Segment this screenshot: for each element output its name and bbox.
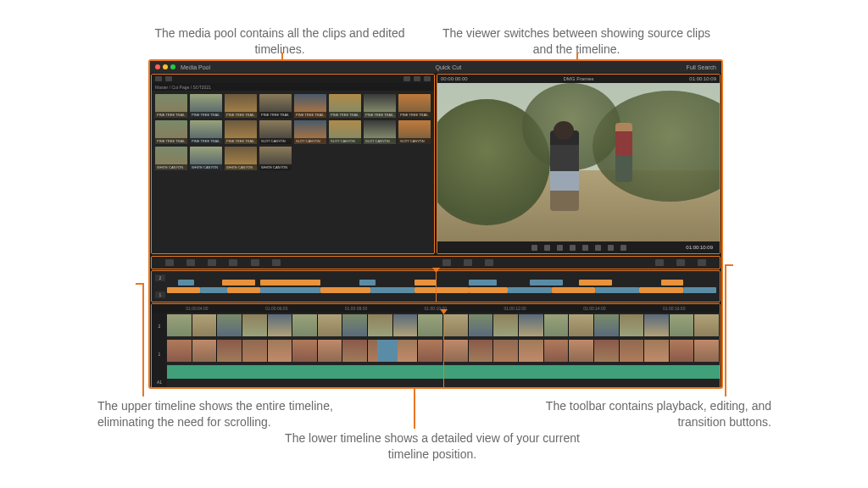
- media-clip[interactable]: PINE TREE TRAIL: [398, 94, 431, 118]
- media-clip[interactable]: PINE TREE TRAIL: [190, 120, 222, 144]
- timeline-segment[interactable]: [415, 280, 437, 286]
- media-clip[interactable]: SLOT CANYON: [259, 120, 292, 144]
- clip-thumbnail[interactable]: [594, 314, 620, 336]
- timeline-segment[interactable]: [227, 287, 260, 293]
- timeline-segment[interactable]: [683, 287, 716, 293]
- timeline-segment[interactable]: [260, 287, 320, 293]
- lower-playhead[interactable]: [443, 313, 444, 389]
- track-header-a1[interactable]: A1: [157, 380, 162, 385]
- close-icon[interactable]: [155, 64, 160, 69]
- clip-thumbnail[interactable]: [569, 340, 594, 362]
- clip-thumbnail[interactable]: [217, 314, 242, 336]
- lower-timeline-tracks[interactable]: [167, 313, 720, 389]
- timeline-segment[interactable]: [167, 287, 200, 293]
- snap-icon[interactable]: [676, 259, 685, 266]
- clip-thumbnail[interactable]: [644, 314, 670, 336]
- timeline-segment[interactable]: [222, 280, 255, 286]
- timeline-segment[interactable]: [639, 287, 683, 293]
- grid-view-icon[interactable]: [165, 76, 172, 81]
- timeline-segment[interactable]: [469, 280, 496, 286]
- timeline-ruler[interactable]: 01:00:04:0001:00:06:0001:00:08:0001:00:1…: [152, 304, 720, 313]
- clip-thumbnail[interactable]: [292, 340, 318, 362]
- clip-thumbnail[interactable]: [694, 314, 720, 336]
- clip-thumbnail[interactable]: [418, 314, 443, 336]
- timeline-segment[interactable]: [320, 287, 370, 293]
- clip-thumbnail[interactable]: [342, 314, 368, 336]
- media-clip[interactable]: PINE TREE TRAIL: [329, 94, 361, 118]
- clip-thumbnail[interactable]: [393, 314, 419, 336]
- marker-icon[interactable]: [698, 259, 706, 266]
- place-on-top-button[interactable]: [251, 259, 259, 266]
- full-search-button[interactable]: Full Search: [687, 64, 716, 70]
- clip-thumbnail[interactable]: [620, 340, 645, 362]
- clip-thumbnail[interactable]: [469, 314, 494, 336]
- search-icon[interactable]: [414, 76, 420, 81]
- clip-thumbnail[interactable]: [644, 340, 670, 362]
- prev-edit-icon[interactable]: [557, 245, 563, 251]
- timeline-segment[interactable]: [359, 280, 376, 286]
- minimize-icon[interactable]: [163, 64, 168, 69]
- clip-thumbnail[interactable]: [418, 340, 443, 362]
- clip-thumbnail[interactable]: [493, 314, 519, 336]
- clip-thumbnail[interactable]: [268, 314, 293, 336]
- media-clip[interactable]: PINE TREE TRAIL: [364, 94, 396, 118]
- options-icon[interactable]: [424, 76, 431, 81]
- media-clip[interactable]: WHITE CANYON: [190, 147, 222, 170]
- track-label-v1[interactable]: 1: [155, 291, 165, 298]
- media-clip[interactable]: WHITE CANYON: [225, 147, 257, 170]
- track-header-v1[interactable]: 1: [159, 352, 161, 357]
- timeline-segment[interactable]: [415, 287, 470, 293]
- media-clip[interactable]: PINE TREE TRAIL: [294, 94, 326, 118]
- media-clip[interactable]: SLOT CANYON: [364, 120, 396, 144]
- media-clip[interactable]: PINE TREE TRAIL: [190, 94, 222, 118]
- timeline-segment[interactable]: [530, 280, 563, 286]
- clip-thumbnail[interactable]: [519, 340, 544, 362]
- viewer-canvas[interactable]: [437, 83, 720, 241]
- media-clip[interactable]: PINE TREE TRAIL: [259, 94, 292, 118]
- clip-thumbnail[interactable]: [167, 314, 192, 336]
- clip-thumbnail[interactable]: [368, 314, 393, 336]
- clip-thumbnail[interactable]: [544, 314, 570, 336]
- clip-thumbnail[interactable]: [318, 340, 343, 362]
- transition-cut-button[interactable]: [442, 259, 451, 266]
- next-edit-icon[interactable]: [608, 245, 614, 251]
- timeline-segment[interactable]: [508, 287, 552, 293]
- clip-thumbnail[interactable]: [242, 340, 268, 362]
- media-clip[interactable]: SLOT CANYON: [294, 120, 326, 144]
- media-clip[interactable]: PINE TREE TRAIL: [225, 120, 257, 144]
- clip-thumbnail[interactable]: [569, 314, 594, 336]
- media-clip[interactable]: PINE TREE TRAIL: [225, 94, 257, 118]
- traffic-lights[interactable]: [155, 64, 175, 69]
- media-pool-tab[interactable]: Media Pool: [181, 64, 210, 70]
- maximize-icon[interactable]: [170, 64, 175, 69]
- clip-thumbnail[interactable]: [594, 340, 620, 362]
- timeline-segment[interactable]: [370, 287, 415, 293]
- mark-in-icon[interactable]: [531, 245, 537, 251]
- sort-icon[interactable]: [403, 76, 410, 81]
- media-clip[interactable]: SLOT CANYON: [329, 120, 361, 144]
- media-clip[interactable]: SLOT CANYON: [398, 120, 431, 144]
- clip-thumbnail[interactable]: [242, 314, 268, 336]
- list-view-icon[interactable]: [155, 76, 162, 81]
- track-header-v2[interactable]: 2: [159, 324, 161, 329]
- clip-thumbnail[interactable]: [670, 340, 695, 362]
- clip-thumbnail[interactable]: [544, 340, 570, 362]
- play-icon[interactable]: [595, 245, 601, 251]
- clip-thumbnail[interactable]: [694, 340, 720, 362]
- append-button[interactable]: [186, 259, 195, 266]
- stop-icon[interactable]: [582, 245, 588, 251]
- ripple-overwrite-button[interactable]: [208, 259, 216, 266]
- media-clip[interactable]: WHITE CANYON: [155, 147, 187, 170]
- loop-icon[interactable]: [620, 245, 626, 251]
- source-overwrite-button[interactable]: [272, 259, 281, 266]
- timeline-segment[interactable]: [469, 287, 507, 293]
- clip-thumbnail[interactable]: [268, 340, 293, 362]
- media-clip[interactable]: PINE TREE TRAIL: [155, 94, 187, 118]
- clip-thumbnail[interactable]: [670, 314, 695, 336]
- upper-timeline[interactable]: 2 1: [151, 270, 721, 302]
- track-label-v2[interactable]: 2: [155, 274, 165, 281]
- tools-icon[interactable]: [655, 259, 664, 266]
- clip-thumbnail[interactable]: [493, 340, 519, 362]
- timeline-segment[interactable]: [579, 280, 612, 286]
- transition-smooth-button[interactable]: [485, 259, 493, 266]
